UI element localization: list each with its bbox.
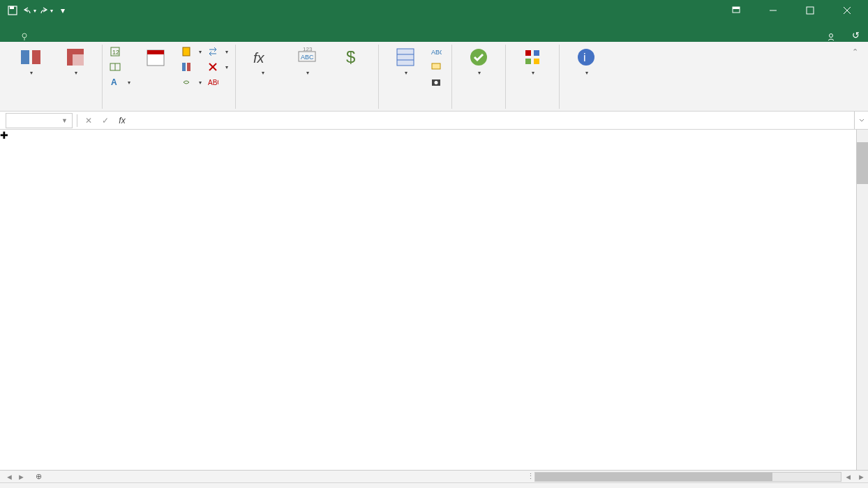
insert-date-button[interactable] [133, 45, 178, 71]
paste-values-button[interactable]: 12 [107, 45, 133, 59]
paste-button[interactable]: ▾ [178, 45, 204, 59]
unique-button[interactable] [178, 60, 204, 74]
group-cells-label [107, 106, 231, 109]
dispatchers-button[interactable]: ▾ [383, 45, 428, 78]
games-button[interactable]: ▾ [510, 45, 555, 78]
svg-rect-45 [534, 59, 539, 64]
lightbulb-icon [20, 32, 29, 42]
svg-point-46 [578, 49, 594, 66]
svg-rect-3 [733, 7, 740, 9]
history-icon[interactable]: ↺ [848, 28, 862, 42]
svg-text:i: i [583, 52, 586, 63]
delete-hide-button[interactable]: ▾ [204, 60, 231, 74]
save-icon[interactable] [6, 3, 20, 17]
files-button[interactable]: ▾ [456, 45, 501, 78]
svg-rect-12 [32, 50, 40, 64]
svg-text:ABC: ABC [431, 49, 442, 56]
svg-text:fx: fx [253, 50, 265, 66]
close-button[interactable] [831, 0, 862, 21]
name-box[interactable]: ▼ [6, 113, 73, 128]
svg-text:12: 12 [112, 49, 119, 56]
sum-words-button[interactable]: ABC123▾ [285, 45, 329, 78]
undo-icon[interactable]: ▾ [22, 3, 36, 17]
group-functions-label [240, 106, 374, 109]
formula-bar: ▼ ✕ ✓ fx [0, 112, 868, 130]
tab-scroll-left-icon[interactable]: ◄ [6, 473, 13, 481]
feedback-button[interactable]: i▾ [564, 45, 608, 78]
fx-icon[interactable]: fx [114, 116, 130, 125]
group-macros-label [383, 106, 447, 109]
group-games-label [510, 106, 555, 109]
qat-customize-icon[interactable]: ▾ [56, 3, 70, 17]
pin-formulas-button[interactable]: ABC [204, 75, 231, 89]
titlebar: ▾ ▾ ▾ [0, 0, 868, 21]
sheet-nav[interactable]: ◄► [0, 473, 31, 481]
sheet-tab-bar: ◄► ⊕ ⋮ ◄ ► [0, 470, 868, 482]
svg-rect-25 [187, 63, 190, 71]
minimize-button[interactable] [757, 0, 788, 21]
tab-scroll-right-icon[interactable]: ► [17, 473, 25, 481]
highlight-button[interactable]: ▾ [53, 45, 98, 78]
svg-rect-22 [147, 50, 164, 54]
svg-rect-23 [183, 47, 190, 56]
collect-comments-button[interactable] [428, 60, 447, 74]
currency-rate-button[interactable]: $ [329, 45, 374, 71]
svg-rect-24 [182, 63, 186, 71]
ribbon-options-icon[interactable] [720, 0, 751, 21]
scroll-left-icon[interactable]: ◄ [841, 473, 855, 481]
cell-cursor-icon: ✚ [0, 130, 8, 141]
svg-rect-38 [432, 63, 440, 69]
functions-button[interactable]: fx▾ [240, 45, 285, 78]
svg-text:ABC: ABC [301, 54, 314, 61]
merge-cells-button[interactable] [107, 60, 133, 74]
svg-rect-42 [525, 50, 531, 56]
ribbon-tabs: ↺ [0, 21, 868, 42]
svg-point-8 [22, 33, 27, 38]
scroll-right-icon[interactable]: ► [855, 473, 868, 481]
links-button[interactable]: ▾ [178, 75, 204, 89]
svg-rect-11 [21, 50, 29, 64]
expand-formula-bar-icon[interactable] [854, 112, 868, 129]
enter-icon[interactable]: ✓ [97, 116, 114, 125]
svg-rect-1 [10, 6, 14, 9]
vertical-scrollbar[interactable] [856, 130, 868, 470]
svg-rect-15 [67, 49, 84, 54]
maximize-button[interactable] [794, 0, 825, 21]
svg-rect-44 [525, 59, 531, 64]
svg-point-10 [830, 34, 833, 38]
link-style-button[interactable]: ABC [428, 45, 447, 59]
swap-button[interactable]: ▾ [204, 45, 231, 59]
screenshot-button[interactable] [428, 75, 447, 89]
worksheet-area[interactable]: ✚ [0, 130, 868, 470]
svg-rect-5 [807, 7, 814, 14]
svg-point-40 [435, 81, 438, 84]
redo-icon[interactable]: ▾ [39, 3, 53, 17]
svg-rect-43 [534, 50, 539, 56]
svg-text:123: 123 [303, 46, 313, 52]
collapse-ribbon-icon[interactable]: ⌃ [846, 45, 864, 111]
compare-ranges-button[interactable]: ▾ [8, 45, 53, 78]
svg-text:$: $ [346, 47, 355, 66]
horizontal-scrollbar[interactable] [534, 472, 841, 482]
svg-text:A: A [111, 77, 117, 87]
text-tools-button[interactable]: A▾ [107, 75, 133, 89]
share-button[interactable] [826, 32, 840, 42]
status-bar [0, 482, 868, 488]
svg-rect-34 [397, 49, 414, 66]
cancel-icon[interactable]: ✕ [80, 116, 97, 125]
new-sheet-button[interactable]: ⊕ [31, 472, 47, 481]
ribbon: ▾ ▾ 12 A▾ ▾ ▾ ▾ ▾ ABC [0, 42, 868, 112]
tell-me-search[interactable] [20, 32, 33, 42]
svg-text:ABC: ABC [208, 79, 218, 86]
quick-access-toolbar: ▾ ▾ ▾ [0, 3, 75, 17]
share-icon [826, 32, 836, 42]
